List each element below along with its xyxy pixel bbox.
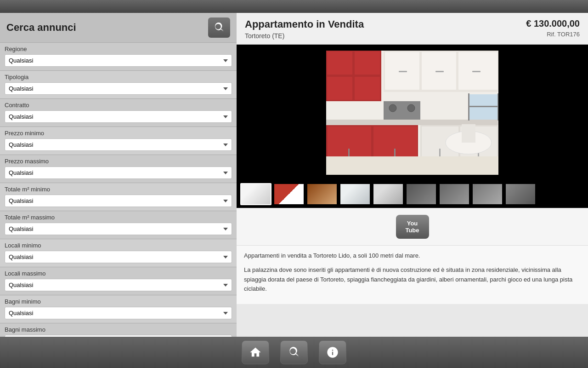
info-icon — [326, 346, 339, 359]
filter-label-prezzo-massimo: Prezzo massimo — [5, 158, 232, 165]
bottom-nav — [0, 337, 588, 368]
filter-select-bagni-minimo[interactable]: Qualsiasi — [5, 307, 232, 319]
filter-group-regione: RegioneQualsiasi — [0, 42, 237, 70]
thumbnail-inner-5 — [407, 184, 436, 204]
home-icon — [249, 346, 262, 359]
gallery-main-image — [237, 45, 588, 180]
description-paragraph-2: La palazzina dove sono inseriti gli appa… — [244, 265, 581, 294]
youtube-section: You Tube — [237, 208, 588, 246]
svg-rect-22 — [439, 149, 441, 157]
youtube-you-label: You — [407, 220, 418, 226]
filter-select-totale-m2-minimo[interactable]: Qualsiasi — [5, 195, 232, 207]
svg-rect-18 — [394, 149, 396, 157]
svg-rect-24 — [384, 101, 420, 120]
filter-label-bagni-massimo: Bagni massimo — [5, 326, 232, 333]
content-panel: Appartamento in Vendita Tortoreto (TE) €… — [237, 13, 588, 337]
filter-select-regione[interactable]: Qualsiasi — [5, 54, 232, 67]
filter-group-tipologia: TipologiaQualsiasi — [0, 70, 237, 98]
svg-rect-12 — [472, 71, 481, 72]
thumbnail-6[interactable] — [439, 183, 470, 205]
sidebar-header: Cerca annunci — [0, 13, 237, 42]
sidebar-title: Cerca annunci — [6, 22, 76, 34]
thumbnail-5[interactable] — [406, 183, 437, 205]
filter-label-locali-minimo: Locali minimo — [5, 242, 232, 249]
search-icon — [213, 22, 225, 34]
filter-select-prezzo-minimo[interactable]: Qualsiasi — [5, 138, 232, 151]
thumbnail-4[interactable] — [373, 183, 404, 205]
svg-rect-10 — [399, 71, 407, 72]
filter-select-prezzo-massimo[interactable]: Qualsiasi — [5, 167, 232, 179]
thumbnail-2[interactable] — [306, 183, 338, 205]
svg-rect-3 — [355, 52, 380, 75]
filter-group-locali-massimo: Locali massimoQualsiasi — [0, 267, 237, 295]
filter-select-contratto[interactable]: Qualsiasi — [5, 110, 232, 123]
thumbnail-inner-0 — [241, 184, 271, 204]
svg-point-26 — [407, 104, 415, 112]
filter-label-totale-m2-massimo: Totale m² massimo — [5, 214, 232, 221]
filter-group-locali-minimo: Locali minimoQualsiasi — [0, 239, 237, 267]
thumbnail-inner-2 — [307, 184, 337, 204]
svg-rect-11 — [435, 71, 444, 72]
filter-label-bagni-minimo: Bagni minimo — [5, 298, 232, 305]
home-nav-button[interactable] — [242, 340, 269, 364]
thumbnail-inner-3 — [340, 184, 370, 204]
svg-rect-30 — [468, 106, 498, 107]
thumbnail-inner-6 — [440, 184, 469, 204]
listing-price: € 130.000,00 — [526, 18, 580, 29]
svg-rect-5 — [355, 77, 380, 100]
svg-rect-33 — [462, 124, 475, 143]
filter-label-regione: Regione — [5, 46, 232, 52]
filter-select-totale-m2-massimo[interactable]: Qualsiasi — [5, 223, 232, 235]
thumbnail-inner-8 — [506, 184, 535, 204]
youtube-button[interactable]: You Tube — [396, 215, 429, 239]
filter-label-tipologia: Tipologia — [5, 74, 232, 80]
filter-group-prezzo-minimo: Prezzo minimoQualsiasi — [0, 126, 237, 155]
filter-label-locali-massimo: Locali massimo — [5, 270, 232, 277]
svg-rect-31 — [326, 156, 498, 175]
svg-point-25 — [389, 104, 396, 112]
search-nav-button[interactable] — [280, 340, 308, 364]
filter-group-prezzo-massimo: Prezzo massimoQualsiasi — [0, 155, 237, 183]
thumbnail-7[interactable] — [472, 183, 503, 205]
svg-rect-4 — [327, 77, 352, 100]
listing-price-block: € 130.000,00 Rif. TOR176 — [526, 18, 580, 38]
filter-select-tipologia[interactable]: Qualsiasi — [5, 82, 232, 95]
search-nav-icon — [288, 346, 300, 359]
filter-group-bagni-massimo: Bagni massimoQualsiasi — [0, 323, 237, 337]
filter-group-totale-m2-massimo: Totale m² massimoQualsiasi — [0, 211, 237, 239]
filter-select-locali-minimo[interactable]: Qualsiasi — [5, 251, 232, 263]
thumbnail-3[interactable] — [339, 183, 371, 205]
filter-label-totale-m2-minimo: Totale m² minimo — [5, 186, 232, 193]
filter-group-contratto: ContrattoQualsiasi — [0, 98, 237, 126]
filter-group-totale-m2-minimo: Totale m² minimoQualsiasi — [0, 183, 237, 211]
listing-ref: Rif. TOR176 — [526, 31, 580, 38]
listing-title: Appartamento in Vendita — [245, 18, 364, 30]
thumbnail-inner-7 — [473, 184, 502, 204]
filter-label-prezzo-minimo: Prezzo minimo — [5, 130, 232, 137]
filter-label-contratto: Contratto — [5, 102, 232, 109]
svg-rect-2 — [327, 52, 352, 75]
description-paragraph-1: Appartamenti in vendita a Tortoreto Lido… — [244, 251, 581, 261]
listing-description: Appartamenti in vendita a Tortoreto Lido… — [237, 246, 588, 304]
top-bar — [0, 0, 588, 13]
listing-title-block: Appartamento in Vendita Tortoreto (TE) — [245, 18, 364, 40]
thumbnail-0[interactable] — [240, 183, 271, 205]
sidebar-search-button[interactable] — [208, 17, 230, 38]
listing-location: Tortoreto (TE) — [245, 32, 364, 40]
kitchen-svg — [326, 51, 498, 175]
sidebar: Cerca annunci RegioneQualsiasiTipologiaQ… — [0, 13, 237, 337]
filter-select-locali-massimo[interactable]: Qualsiasi — [5, 279, 232, 291]
listing-header: Appartamento in Vendita Tortoreto (TE) €… — [237, 13, 588, 45]
info-nav-button[interactable] — [319, 340, 346, 364]
filter-group-bagni-minimo: Bagni minimoQualsiasi — [0, 295, 237, 323]
gallery-thumbnails — [237, 180, 588, 208]
thumbnail-inner-1 — [274, 184, 304, 204]
youtube-tube-label: Tube — [405, 227, 419, 233]
svg-rect-17 — [348, 149, 350, 157]
thumbnail-8[interactable] — [505, 183, 536, 205]
filters-container: RegioneQualsiasiTipologiaQualsiasiContra… — [0, 42, 237, 337]
thumbnail-1[interactable] — [273, 183, 305, 205]
thumbnail-inner-4 — [373, 184, 403, 204]
main-area: Cerca annunci RegioneQualsiasiTipologiaQ… — [0, 13, 588, 337]
